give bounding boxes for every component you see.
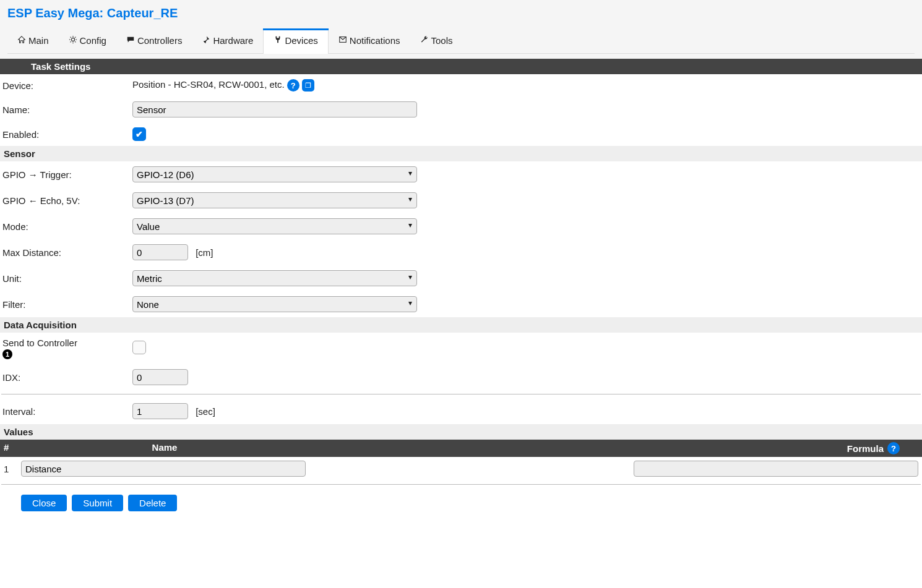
send-controller-checkbox[interactable] [132, 341, 146, 354]
values-row-idx: 1 [4, 464, 17, 474]
tab-label: Controllers [137, 35, 183, 46]
label-idx: IDX: [0, 364, 130, 390]
values-col-idx: # [4, 442, 22, 454]
values-col-formula: Formula [847, 443, 884, 454]
section-sensor: Sensor [0, 146, 922, 161]
tab-label: Config [80, 35, 106, 46]
cm-suffix: [cm] [196, 247, 213, 258]
tab-hardware[interactable]: Hardware [192, 29, 263, 53]
label-interval: Interval: [0, 398, 130, 424]
values-name-input[interactable] [21, 461, 306, 477]
filter-select[interactable]: None [132, 296, 417, 312]
submit-button[interactable]: Submit [72, 495, 123, 511]
interval-input[interactable] [132, 403, 188, 419]
enabled-checkbox[interactable]: ✔ [132, 127, 146, 141]
idx-input[interactable] [132, 369, 188, 385]
tab-tools[interactable]: Tools [410, 29, 463, 53]
tab-bar: Main Config Controllers Hardware Devices… [7, 29, 915, 54]
button-bar: Close Submit Delete [0, 488, 922, 524]
tab-main[interactable]: Main [7, 29, 59, 53]
copy-icon[interactable]: ❐ [302, 79, 314, 92]
tab-label: Tools [431, 35, 453, 46]
label-send-controller: Send to Controller [2, 338, 77, 348]
tab-controllers[interactable]: Controllers [116, 29, 192, 53]
mail-icon [338, 35, 347, 46]
chat-icon [126, 35, 135, 46]
separator [1, 484, 921, 485]
tab-label: Devices [285, 35, 317, 46]
controller-badge: 1 [2, 349, 12, 359]
tab-label: Notifications [350, 35, 400, 46]
label-gpio-echo: GPIO ← Echo, 5V: [0, 187, 130, 213]
label-name: Name: [0, 96, 130, 122]
label-enabled: Enabled: [0, 122, 130, 146]
values-col-name: Name [22, 442, 307, 454]
gear-icon [69, 35, 77, 46]
tab-devices[interactable]: Devices [263, 29, 328, 53]
gpio-trigger-select[interactable]: GPIO-12 (D6) [132, 166, 417, 182]
section-task-settings: Task Settings [0, 59, 922, 74]
section-values: Values [0, 424, 922, 440]
close-button[interactable]: Close [21, 495, 67, 511]
page-title: ESP Easy Mega: Capteur_RE [7, 5, 915, 23]
plug-icon [274, 35, 282, 46]
section-data-acq: Data Acquisition [0, 317, 922, 333]
home-icon [17, 35, 26, 46]
values-formula-input[interactable] [634, 461, 918, 477]
wrench-icon [420, 35, 429, 46]
tab-config[interactable]: Config [59, 29, 116, 53]
help-icon[interactable]: ? [287, 79, 299, 92]
label-gpio-trigger: GPIO → Trigger: [0, 161, 130, 187]
label-device: Device: [0, 74, 130, 96]
device-value: Position - HC-SR04, RCW-0001, etc. [132, 79, 285, 90]
label-filter: Filter: [0, 291, 130, 317]
values-header: # Name Formula ? [0, 440, 922, 457]
delete-button[interactable]: Delete [128, 495, 177, 511]
tab-label: Main [28, 35, 49, 46]
max-distance-input[interactable] [132, 244, 188, 260]
separator [1, 394, 921, 394]
unit-select[interactable]: Metric [132, 270, 417, 286]
values-row: 1 [0, 457, 922, 480]
mode-select[interactable]: Value [132, 218, 417, 234]
sec-suffix: [sec] [196, 406, 215, 417]
help-icon[interactable]: ? [887, 442, 900, 454]
label-max-distance: Max Distance: [0, 239, 130, 265]
label-unit: Unit: [0, 265, 130, 291]
svg-point-0 [71, 38, 74, 41]
tab-notifications[interactable]: Notifications [329, 29, 410, 53]
tab-label: Hardware [213, 35, 253, 46]
label-mode: Mode: [0, 213, 130, 239]
name-input[interactable] [132, 101, 417, 117]
gpio-echo-select[interactable]: GPIO-13 (D7) [132, 192, 417, 208]
pin-icon [202, 35, 210, 46]
